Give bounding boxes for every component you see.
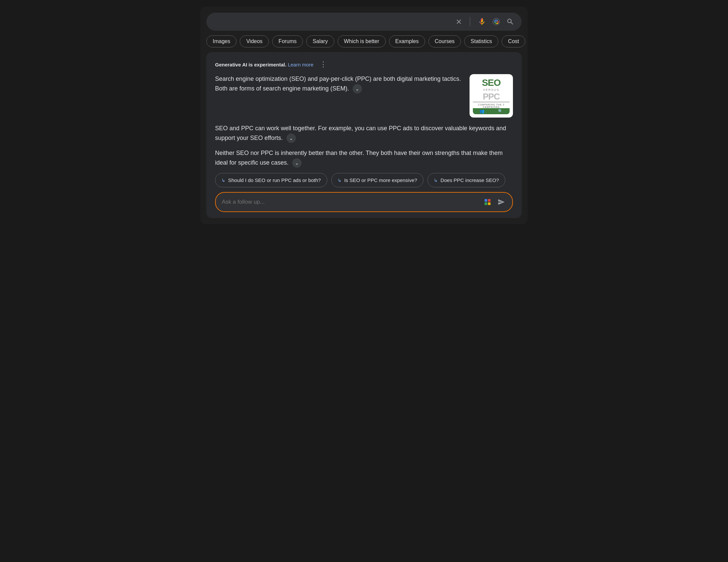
content-text-1: Search engine optimization (SEO) and pay… bbox=[215, 74, 463, 118]
learn-more-link[interactable]: Learn more bbox=[288, 62, 314, 67]
chip-salary[interactable]: Salary bbox=[306, 35, 334, 47]
svg-rect-2 bbox=[485, 199, 487, 202]
paragraph-3: Neither SEO nor PPC is inherently better… bbox=[215, 148, 513, 168]
followup-send-button[interactable] bbox=[496, 197, 506, 207]
chip-forums[interactable]: Forums bbox=[272, 35, 303, 47]
lens-search-button[interactable] bbox=[491, 16, 502, 27]
chip-which-is-better[interactable]: Which is better bbox=[338, 35, 386, 47]
chip-videos[interactable]: Videos bbox=[240, 35, 269, 47]
paragraph-2: SEO and PPC can work well together. For … bbox=[215, 124, 513, 143]
suggestion-arrow-icon-3: ↳ bbox=[434, 178, 438, 183]
expand-button-2[interactable]: ⌄ bbox=[287, 134, 296, 143]
followup-lens-button[interactable] bbox=[482, 197, 493, 207]
svg-rect-3 bbox=[488, 199, 491, 202]
search-submit-button[interactable] bbox=[505, 16, 516, 27]
search-divider bbox=[470, 17, 470, 26]
followup-input[interactable] bbox=[222, 199, 479, 205]
ai-content-panel: Generative AI is experimental. Learn mor… bbox=[206, 52, 522, 218]
search-bar: seo vs ppc bbox=[206, 13, 522, 31]
microphone-icon bbox=[478, 17, 486, 26]
expand-button-3[interactable]: ⌄ bbox=[292, 158, 302, 168]
thumb-seo-text: SEO versus PPC COMPARING THE 2 CAMPAIGNS bbox=[473, 77, 510, 108]
chip-courses[interactable]: Courses bbox=[428, 35, 461, 47]
voice-search-button[interactable] bbox=[476, 16, 488, 27]
thumb-icon-1: 👥 bbox=[480, 109, 485, 114]
chip-images[interactable]: Images bbox=[206, 35, 236, 47]
close-icon bbox=[455, 18, 463, 25]
suggestion-2[interactable]: ↳ Is SEO or PPC more expensive? bbox=[331, 173, 423, 187]
send-icon bbox=[498, 198, 505, 206]
ai-header: Generative AI is experimental. Learn mor… bbox=[215, 59, 513, 69]
content-block-1: Search engine optimization (SEO) and pay… bbox=[215, 74, 513, 118]
clear-button[interactable] bbox=[454, 17, 464, 27]
suggestion-arrow-icon-2: ↳ bbox=[338, 178, 342, 183]
svg-rect-4 bbox=[485, 202, 487, 205]
ai-label: Generative AI is experimental. Learn mor… bbox=[215, 62, 314, 67]
suggestion-1[interactable]: ↳ Should I do SEO or run PPC ads or both… bbox=[215, 173, 327, 187]
followup-suggestions: ↳ Should I do SEO or run PPC ads or both… bbox=[215, 173, 513, 187]
lens-icon bbox=[492, 18, 500, 26]
thumb-icon-2: 🔍 bbox=[498, 109, 503, 114]
expand-button-1[interactable]: ⌄ bbox=[353, 84, 362, 93]
suggestion-arrow-icon-1: ↳ bbox=[221, 178, 225, 183]
filter-chips-bar: Images Videos Forums Salary Which is bet… bbox=[200, 31, 528, 52]
search-input[interactable]: seo vs ppc bbox=[212, 17, 450, 26]
ai-more-options-button[interactable]: ⋮ bbox=[318, 59, 329, 69]
thumbnail-image[interactable]: SEO versus PPC COMPARING THE 2 CAMPAIGNS… bbox=[470, 74, 513, 118]
chip-examples[interactable]: Examples bbox=[389, 35, 425, 47]
thumb-bottom: 👥 🔍 bbox=[473, 108, 510, 114]
search-icon bbox=[506, 18, 514, 26]
followup-lens-icon bbox=[484, 198, 492, 206]
followup-actions bbox=[482, 197, 506, 207]
paragraph-1: Search engine optimization (SEO) and pay… bbox=[215, 74, 463, 93]
thumbnail-inner: SEO versus PPC COMPARING THE 2 CAMPAIGNS… bbox=[470, 74, 513, 118]
followup-input-container bbox=[215, 192, 513, 212]
svg-point-1 bbox=[495, 21, 497, 23]
chip-statistics[interactable]: Statistics bbox=[464, 35, 498, 47]
svg-rect-5 bbox=[488, 202, 491, 205]
chip-cost[interactable]: Cost bbox=[502, 35, 525, 47]
suggestion-3[interactable]: ↳ Does PPC increase SEO? bbox=[427, 173, 505, 187]
main-container: seo vs ppc bbox=[200, 7, 528, 224]
